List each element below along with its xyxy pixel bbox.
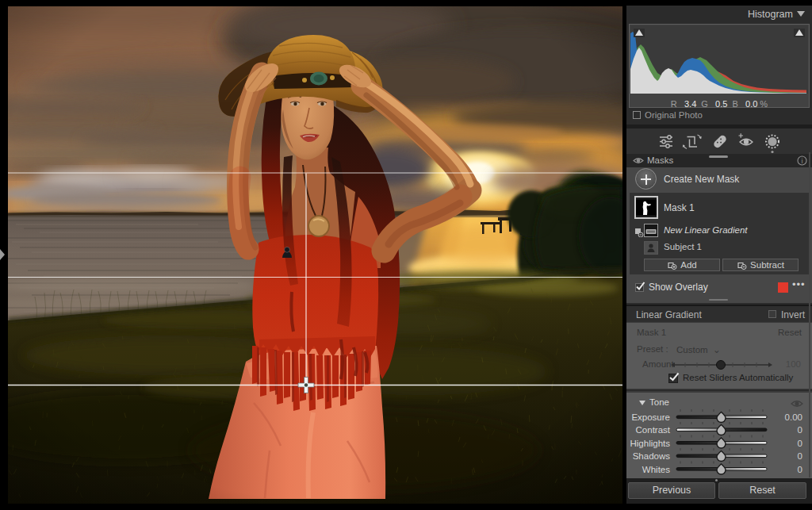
svg-text:i: i (802, 157, 803, 165)
